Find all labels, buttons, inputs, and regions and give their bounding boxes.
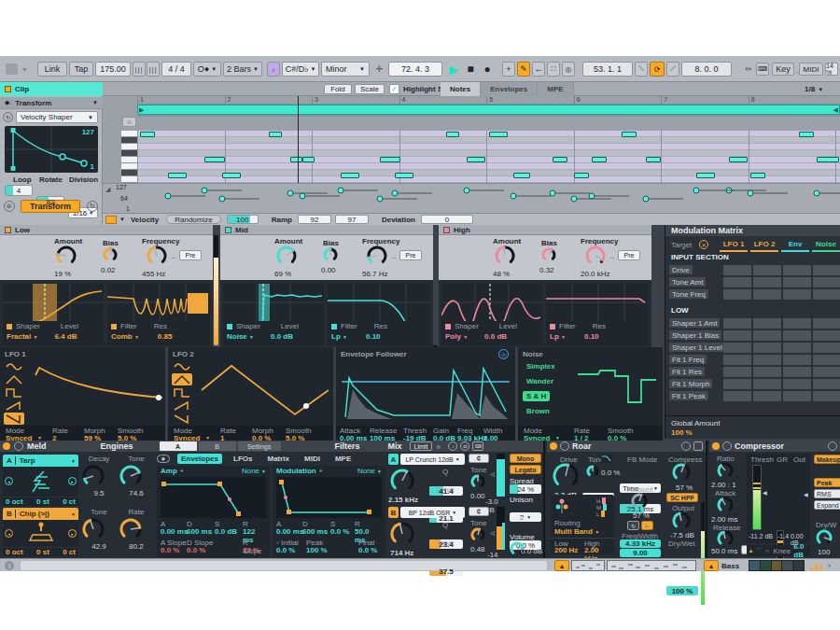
- piano-key-b[interactable]: [121, 137, 137, 144]
- matrix-cell[interactable]: [783, 367, 811, 377]
- triangle-shape-icon[interactable]: [4, 373, 24, 385]
- preview-headphone-icon[interactable]: ∩: [122, 117, 136, 127]
- shaper-graph-panel[interactable]: Shaper Level Fractal ▼ 6.4 dB: [3, 283, 104, 345]
- meld-subtab-midi[interactable]: MIDI: [301, 454, 324, 464]
- st-value[interactable]: 0 st: [36, 548, 49, 556]
- peak-value[interactable]: 100 %: [306, 546, 328, 554]
- filter-b-freq-knob[interactable]: [390, 522, 414, 546]
- clip-overview-2[interactable]: [607, 560, 696, 571]
- compress-value[interactable]: 57 %: [676, 483, 693, 492]
- engine-b-macro2[interactable]: Rate 80.2: [119, 508, 153, 557]
- ct-value[interactable]: 0 ct: [63, 548, 76, 556]
- midi-note[interactable]: [168, 173, 187, 178]
- next-engine-icon[interactable]: ▸: [68, 477, 77, 485]
- matrix-cell[interactable]: [723, 391, 751, 401]
- next-engine-icon[interactable]: ▸: [68, 529, 77, 538]
- matrix-cell[interactable]: [723, 289, 751, 300]
- device-on-led[interactable]: [550, 442, 557, 450]
- shaper-activator[interactable]: [445, 324, 451, 329]
- matrix-cell[interactable]: [753, 355, 781, 365]
- fold-device-icon[interactable]: ▲: [560, 441, 569, 451]
- draw-mode-icon[interactable]: ✏: [743, 63, 754, 75]
- lane-expand-icon[interactable]: ◢: [105, 186, 110, 193]
- matrix-row-label[interactable]: Shaper 1 Level: [669, 343, 725, 352]
- tab-envelopes[interactable]: Envelopes: [481, 82, 538, 96]
- velocity-marker[interactable]: [511, 193, 516, 199]
- matrix-cell[interactable]: [813, 355, 840, 365]
- mod-attack[interactable]: 0.00 ms: [276, 527, 303, 536]
- ratio-knob[interactable]: [717, 462, 734, 479]
- matrix-cell[interactable]: [813, 289, 840, 300]
- punch-in-icon[interactable]: ⟍: [635, 62, 648, 77]
- engine-a-macro1[interactable]: Decay 9.5: [82, 455, 116, 506]
- compressor-titlebar[interactable]: ▼ Compressor ⊘: [709, 441, 840, 452]
- shaper-activator[interactable]: [7, 324, 12, 329]
- lane-menu-chip[interactable]: [105, 216, 117, 224]
- dice-icon[interactable]: ⊜: [4, 201, 15, 212]
- session-record-icon[interactable]: ⛶: [547, 62, 560, 77]
- roar-drive-knob[interactable]: [553, 463, 579, 489]
- fb-time-field[interactable]: 25.1 ms: [620, 504, 661, 513]
- key-map-button[interactable]: Key: [772, 63, 794, 76]
- res-value[interactable]: 0.85: [158, 332, 173, 341]
- meld-tab-settings[interactable]: Settings: [238, 441, 281, 451]
- output-value[interactable]: -7.5 dB: [670, 531, 694, 539]
- midi-map-button[interactable]: MIDI: [799, 63, 823, 76]
- tab-notes[interactable]: Notes: [441, 82, 481, 96]
- velocity-marker[interactable]: [814, 190, 819, 196]
- amp-envelope-graph[interactable]: [161, 477, 266, 518]
- chevron-down-icon[interactable]: ▼: [377, 469, 382, 474]
- fader-handle-icon[interactable]: ◁: [490, 470, 495, 477]
- warning-icon[interactable]: ▲: [704, 560, 719, 571]
- roar-tone-value[interactable]: 0.0 %: [601, 469, 620, 477]
- midi-note[interactable]: [513, 173, 530, 178]
- midi-note[interactable]: [729, 157, 748, 162]
- matrix-cell[interactable]: [723, 277, 751, 287]
- velocity-marker[interactable]: [287, 190, 293, 196]
- velocity-marker[interactable]: [550, 190, 555, 196]
- midi-note[interactable]: [622, 132, 637, 137]
- matrix-cell[interactable]: [813, 265, 840, 275]
- volume-value[interactable]: 0.0 dB: [521, 547, 542, 555]
- transform-section-header[interactable]: ◆: Transform ▼: [0, 97, 103, 109]
- matrix-cell[interactable]: [783, 379, 811, 389]
- play-button[interactable]: ▶: [446, 62, 461, 77]
- engine-b-display[interactable]: ◂ ▸: [3, 520, 78, 547]
- band-header[interactable]: Low: [0, 225, 213, 235]
- prev-engine-icon[interactable]: ◂: [5, 529, 13, 538]
- loop-bar[interactable]: ▶ ◀: [137, 105, 840, 115]
- filter-type[interactable]: Comb ▼: [111, 332, 139, 341]
- randomize-icon[interactable]: ♪: [448, 441, 457, 451]
- cent-a-button[interactable]: ¢: [469, 454, 489, 463]
- midi-note[interactable]: [290, 157, 302, 162]
- spread-field[interactable]: 24 %: [510, 484, 541, 494]
- noise-waveform[interactable]: [574, 361, 660, 423]
- transform-tool-menu[interactable]: Velocity Shaper▼: [16, 111, 98, 123]
- thresh-meter[interactable]: [752, 465, 762, 530]
- routing-mode[interactable]: Multi Band ▼: [554, 527, 599, 536]
- low-crossover[interactable]: 200 Hz: [554, 546, 578, 554]
- matrix-cell[interactable]: [783, 330, 811, 341]
- velocity-marker[interactable]: [300, 193, 305, 199]
- chevron-down-icon[interactable]: ▼: [827, 563, 832, 568]
- velocity-marker[interactable]: [693, 188, 699, 193]
- matrix-cell[interactable]: [813, 330, 840, 341]
- st-value[interactable]: 0 st: [36, 497, 49, 506]
- prev-engine-icon[interactable]: ◂: [5, 477, 13, 485]
- triangle-shape-icon[interactable]: [172, 373, 192, 385]
- matrix-row-label[interactable]: Shaper 1 Bias: [669, 330, 721, 340]
- global-amount-value[interactable]: 100 %: [671, 428, 693, 437]
- fold-button[interactable]: Fold: [324, 84, 352, 94]
- amp-env-title[interactable]: Amp: [161, 467, 177, 475]
- piano-key-w[interactable]: [121, 157, 137, 163]
- sc-hpf-button[interactable]: SC HPF: [666, 493, 698, 502]
- matrix-cell[interactable]: [723, 265, 751, 275]
- mix-a-fader[interactable]: [497, 454, 505, 497]
- matrix-row-label[interactable]: Flt 1 Peak: [669, 391, 708, 400]
- filter-activator[interactable]: [111, 324, 117, 329]
- output-knob[interactable]: [672, 511, 691, 530]
- eye-icon[interactable]: ◉: [157, 455, 170, 463]
- shaper-graph-panel[interactable]: Shaper Level Poly ▼ 0.0 dB: [441, 283, 542, 345]
- loop-end-marker[interactable]: ◀: [833, 106, 838, 114]
- velocity-marker[interactable]: [338, 188, 343, 193]
